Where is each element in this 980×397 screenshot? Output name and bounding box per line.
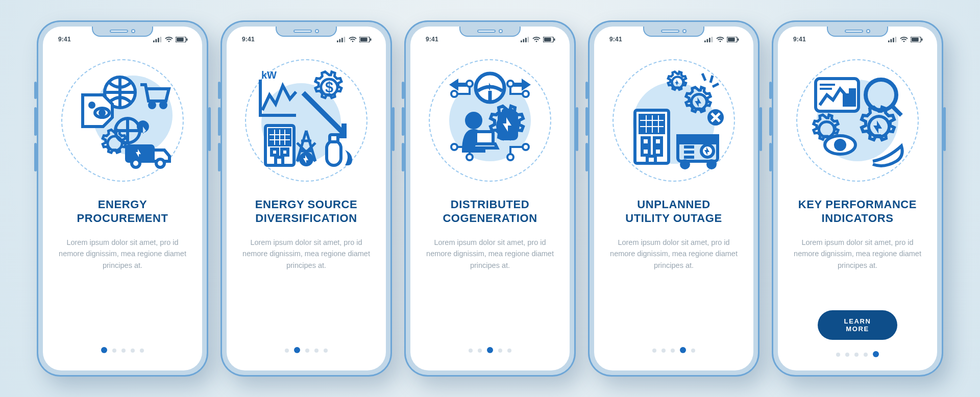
phone-notch: [276, 27, 337, 37]
page-dot-4[interactable]: [131, 349, 135, 353]
phone-mockup-3: 9:41 DISTRIBUTED COGENERATION Lorem ipsu…: [404, 20, 576, 377]
pagination-dots[interactable]: [285, 348, 328, 353]
phone-volume-up: [769, 107, 772, 136]
status-time: 9:41: [609, 36, 622, 43]
page-dot-2[interactable]: [478, 349, 482, 353]
page-dot-2[interactable]: [294, 347, 300, 353]
distributed-cogeneration-icon: [434, 64, 546, 177]
energy-procurement-icon: [66, 64, 179, 177]
signal-icon: [521, 37, 530, 42]
phone-notch: [92, 27, 153, 37]
pagination-dots[interactable]: [652, 348, 695, 353]
phone-volume-up: [34, 107, 37, 136]
utility-outage-icon: [618, 64, 730, 177]
screen-title: ENERGY SOURCE DIVERSIFICATION: [252, 197, 361, 226]
phone-volume-up: [402, 107, 404, 136]
phone-side-button: [34, 82, 37, 99]
phone-volume-down: [402, 143, 404, 171]
phone-volume-up: [218, 107, 220, 136]
screen-title: KEY PERFORMANCE INDICATORS: [795, 197, 920, 226]
page-dot-4[interactable]: [314, 349, 318, 353]
page-dot-5[interactable]: [324, 349, 328, 353]
phone-volume-up: [585, 107, 588, 136]
phone-screen: 9:41 ENERGY SOURCE DIVERSIFICATION Lorem…: [227, 27, 386, 370]
status-time: 9:41: [242, 36, 255, 43]
screen-body: Lorem ipsum dolor sit amet, pro id nemor…: [603, 237, 744, 272]
phone-screen: 9:41 ENERGY PROCUREMENT Lorem ipsum dolo…: [43, 27, 202, 370]
energy-diversification-icon: [250, 64, 362, 177]
page-dot-5[interactable]: [691, 349, 695, 353]
phone-volume-down: [769, 143, 772, 171]
phone-notch: [643, 27, 704, 37]
page-dot-1[interactable]: [836, 353, 840, 357]
phone-volume-down: [34, 143, 37, 171]
battery-icon: [543, 37, 555, 42]
page-dot-3[interactable]: [854, 353, 859, 357]
phone-power-button: [208, 107, 211, 151]
phone-mockup-4: 9:41 UNPLANNED UTILITY OUTAGE Lorem ipsu…: [588, 20, 760, 377]
page-dot-4[interactable]: [680, 347, 686, 353]
kpi-icon: [801, 64, 914, 177]
wifi-icon: [349, 37, 357, 42]
onboarding-stage: 9:41 ENERGY PROCUREMENT Lorem ipsum dolo…: [0, 0, 980, 397]
page-dot-1[interactable]: [101, 347, 107, 353]
battery-icon: [176, 37, 188, 42]
page-dot-5[interactable]: [507, 349, 511, 353]
signal-icon: [337, 37, 346, 42]
status-time: 9:41: [426, 36, 438, 43]
pagination-dots[interactable]: [836, 352, 879, 357]
page-dot-1[interactable]: [469, 349, 473, 353]
wifi-icon: [532, 37, 541, 42]
phone-power-button: [943, 107, 946, 151]
screen-body: Lorem ipsum dolor sit amet, pro id nemor…: [787, 237, 928, 272]
phone-power-button: [576, 107, 578, 151]
page-dot-1[interactable]: [285, 349, 289, 353]
screen-title: ENERGY PROCUREMENT: [74, 197, 172, 226]
page-dot-3[interactable]: [487, 347, 493, 353]
screen-body: Lorem ipsum dolor sit amet, pro id nemor…: [420, 237, 560, 272]
battery-icon: [911, 37, 923, 42]
page-dot-2[interactable]: [845, 353, 849, 357]
phone-side-button: [402, 82, 404, 99]
phone-screen: 9:41 KEY PERFORMANCE INDICATORS Lorem ip…: [778, 27, 937, 370]
page-dot-2[interactable]: [662, 349, 666, 353]
status-time: 9:41: [793, 36, 806, 43]
screen-title: UNPLANNED UTILITY OUTAGE: [622, 197, 725, 226]
phone-notch: [827, 27, 888, 37]
signal-icon: [153, 37, 162, 42]
phone-power-button: [760, 107, 762, 151]
battery-icon: [359, 37, 372, 42]
screen-body: Lorem ipsum dolor sit amet, pro id nemor…: [236, 237, 377, 272]
phone-side-button: [585, 82, 588, 99]
wifi-icon: [900, 37, 908, 42]
illustration-circle: [429, 59, 551, 182]
page-dot-4[interactable]: [864, 353, 868, 357]
illustration-circle: [612, 59, 735, 182]
page-dot-1[interactable]: [652, 349, 656, 353]
signal-icon: [704, 37, 714, 42]
wifi-icon: [716, 37, 724, 42]
pagination-dots[interactable]: [469, 348, 511, 353]
illustration-circle: [245, 59, 368, 182]
learn-more-button[interactable]: LEARN MORE: [818, 310, 897, 340]
phone-mockup-5: 9:41 KEY PERFORMANCE INDICATORS Lorem ip…: [772, 20, 943, 377]
page-dot-3[interactable]: [121, 349, 126, 353]
phone-mockup-2: 9:41 ENERGY SOURCE DIVERSIFICATION Lorem…: [220, 20, 392, 377]
page-dot-3[interactable]: [671, 349, 675, 353]
phone-screen: 9:41 DISTRIBUTED COGENERATION Lorem ipsu…: [410, 27, 570, 370]
screen-title: DISTRIBUTED COGENERATION: [439, 197, 540, 226]
phone-side-button: [218, 82, 220, 99]
illustration-circle: [61, 59, 184, 182]
page-dot-2[interactable]: [112, 349, 116, 353]
battery-icon: [727, 37, 739, 42]
pagination-dots[interactable]: [101, 348, 144, 353]
phone-side-button: [769, 82, 772, 99]
page-dot-5[interactable]: [873, 351, 879, 357]
page-dot-5[interactable]: [140, 349, 144, 353]
wifi-icon: [165, 37, 173, 42]
page-dot-4[interactable]: [498, 349, 502, 353]
phone-volume-down: [218, 143, 220, 171]
screen-body: Lorem ipsum dolor sit amet, pro id nemor…: [52, 237, 193, 272]
page-dot-3[interactable]: [305, 349, 309, 353]
phone-mockup-1: 9:41 ENERGY PROCUREMENT Lorem ipsum dolo…: [37, 20, 208, 377]
